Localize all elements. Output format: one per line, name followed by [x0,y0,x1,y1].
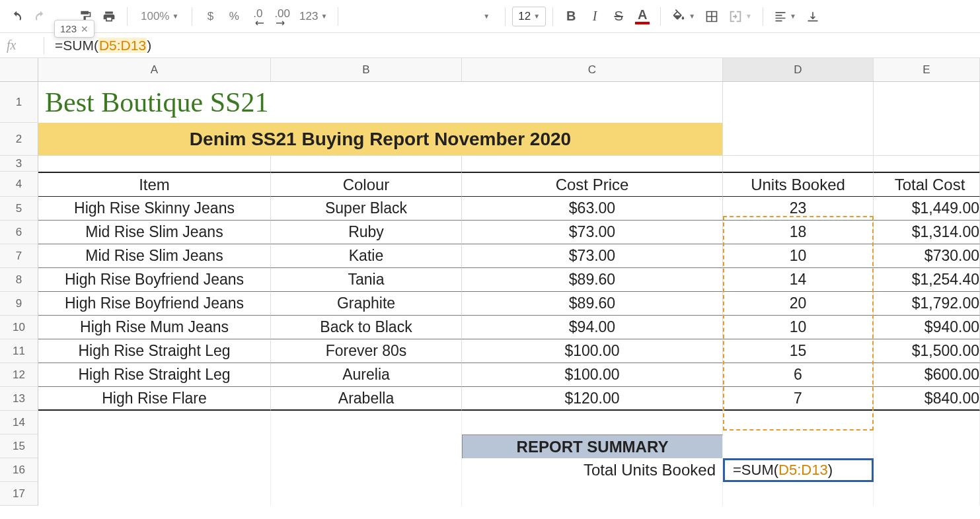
merge-cells-button[interactable]: ▼ [724,5,756,28]
font-size-input[interactable]: 12 ▼ [512,7,546,26]
strikethrough-button[interactable]: S [607,5,630,28]
cell[interactable]: Ruby [271,221,462,244]
zoom-dropdown[interactable]: 100% ▼ [134,10,185,23]
cell[interactable] [874,458,980,482]
cell[interactable]: $600.00 [874,363,980,387]
more-formats-dropdown[interactable]: 123 ▼ [295,5,331,28]
cell[interactable]: Katie [271,244,462,268]
cell[interactable]: $1,792.00 [874,292,980,316]
row-header[interactable]: 9 [0,292,38,316]
cell[interactable] [723,123,874,156]
borders-button[interactable] [700,5,723,28]
cell[interactable] [271,411,462,434]
cell[interactable]: Tania [271,268,462,292]
column-header[interactable]: B [271,58,462,81]
italic-button[interactable]: I [584,5,606,28]
row-header[interactable]: 15 [0,434,38,458]
cell[interactable] [271,458,462,482]
column-header[interactable]: E [874,58,980,81]
header-cell[interactable]: Colour [271,172,462,197]
cell[interactable]: High Rise Straight Leg [38,363,271,387]
cell[interactable] [874,434,980,458]
cell[interactable]: Mid Rise Slim Jeans [38,221,271,244]
cell[interactable] [462,156,723,172]
header-cell[interactable]: Total Cost [874,172,980,197]
row-header[interactable]: 5 [0,197,38,221]
cell[interactable] [38,482,271,506]
row-header[interactable]: 10 [0,316,38,339]
row-header[interactable]: 16 [0,458,38,482]
cell[interactable] [874,156,980,172]
cell[interactable] [38,156,271,172]
vertical-align-button[interactable] [802,5,824,28]
cell[interactable] [723,156,874,172]
cell[interactable]: Mid Rise Slim Jeans [38,244,271,268]
cell[interactable]: High Rise Mum Jeans [38,316,271,339]
cell[interactable]: $89.60 [462,292,723,316]
cell[interactable] [723,82,874,123]
cell[interactable]: $100.00 [462,339,723,363]
redo-button[interactable] [29,5,52,28]
cell[interactable] [874,82,980,123]
cell[interactable]: $1,314.00 [874,221,980,244]
cell[interactable]: Arabella [271,387,462,411]
row-header[interactable]: 8 [0,268,38,292]
text-color-button[interactable]: A [631,5,654,28]
format-percent-button[interactable]: % [223,5,245,28]
row-header[interactable]: 17 [0,482,38,506]
subtitle-cell[interactable]: Denim SS21 Buying Report November 2020 [38,123,723,156]
summary-header[interactable]: REPORT SUMMARY [462,434,723,458]
cell[interactable]: Super Black [271,197,462,221]
cell[interactable] [874,411,980,434]
cell[interactable]: Forever 80s [271,339,462,363]
select-all-cell[interactable] [0,58,38,81]
cell[interactable] [723,482,874,506]
cell[interactable] [271,156,462,172]
cell[interactable]: $73.00 [462,244,723,268]
print-button[interactable] [98,5,120,28]
fill-color-button[interactable]: ▼ [667,5,699,28]
row-header[interactable]: 2 [0,123,38,156]
cell[interactable]: High Rise Straight Leg [38,339,271,363]
formula-input[interactable]: =SUM(D5:D13) [55,38,151,53]
cell[interactable] [38,434,271,458]
title-cell[interactable]: Best Boutique SS21 [38,82,723,123]
cell[interactable]: $1,500.00 [874,339,980,363]
cell[interactable] [874,123,980,156]
header-cell[interactable]: Units Booked [723,172,874,197]
header-cell[interactable]: Cost Price [462,172,723,197]
active-cell[interactable]: =SUM(D5:D13) [723,458,874,482]
column-header[interactable]: A [38,58,271,81]
header-cell[interactable]: Item [38,172,271,197]
cell[interactable]: $730.00 [874,244,980,268]
cell[interactable] [38,458,271,482]
cell[interactable]: $940.00 [874,316,980,339]
column-header[interactable]: D [723,58,874,81]
cell[interactable]: Aurelia [271,363,462,387]
cell[interactable] [271,434,462,458]
cell[interactable]: $94.00 [462,316,723,339]
close-icon[interactable]: ✕ [81,24,89,34]
decrease-decimal-button[interactable]: .0 [246,5,269,28]
row-header[interactable]: 1 [0,82,38,123]
cell[interactable]: $1,254.40 [874,268,980,292]
row-header[interactable]: 6 [0,221,38,244]
row-header[interactable]: 14 [0,411,38,434]
undo-button[interactable] [5,5,28,28]
bold-button[interactable]: B [560,5,582,28]
row-header[interactable]: 4 [0,172,38,197]
row-header[interactable]: 3 [0,156,38,172]
cell[interactable] [723,434,874,458]
increase-decimal-button[interactable]: .00 [270,5,294,28]
format-currency-button[interactable]: $ [199,5,221,28]
row-header[interactable]: 11 [0,339,38,363]
cell[interactable] [874,482,980,506]
cell[interactable]: $63.00 [462,197,723,221]
cell[interactable]: $1,449.00 [874,197,980,221]
cell[interactable]: High Rise Boyfriend Jeans [38,292,271,316]
cell[interactable] [462,411,723,434]
cell[interactable]: High Rise Skinny Jeans [38,197,271,221]
cell[interactable]: High Rise Boyfriend Jeans [38,268,271,292]
row-header[interactable]: 12 [0,363,38,387]
horizontal-align-button[interactable]: ▼ [770,5,800,28]
